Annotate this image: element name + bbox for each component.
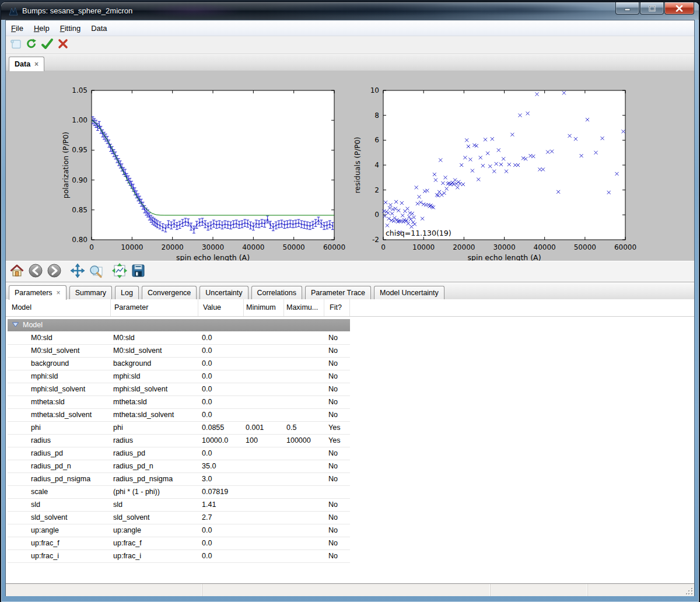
column-header-model[interactable]: Model [8, 299, 111, 316]
cell: No [324, 332, 350, 344]
plot-save-button[interactable] [130, 263, 147, 281]
table-row[interactable]: up:frac_fup:frac_f0.0No [8, 537, 350, 550]
cancel-toolbar-button[interactable] [55, 38, 71, 52]
plot-pan-button[interactable] [69, 263, 86, 281]
cell: 0.07819 [198, 486, 244, 498]
plot-back-button[interactable] [27, 263, 44, 281]
cell: 0.0 [198, 447, 244, 460]
cell: 3.0 [198, 473, 244, 485]
cell: radius_pd_n [111, 460, 198, 473]
plot-forward-button[interactable] [46, 263, 63, 281]
table-row[interactable]: sldsld1.41No [8, 499, 350, 512]
cell: 0.0 [198, 345, 244, 357]
plot-zoom-button[interactable] [88, 263, 105, 281]
tab-uncertainty[interactable]: Uncertainty [200, 286, 248, 299]
cell: No [324, 447, 350, 460]
table-row[interactable]: mphi:sld_solventmphi:sld_solvent0.0No [8, 383, 350, 396]
refresh-toolbar-button[interactable] [24, 38, 39, 52]
menu-item-help[interactable]: Help [29, 21, 55, 36]
pan-icon [70, 263, 85, 281]
cell: No [324, 396, 350, 408]
tab-close-icon[interactable]: × [34, 61, 38, 67]
tab-correlations[interactable]: Correlations [251, 286, 302, 299]
expander-triangle-icon[interactable] [12, 319, 19, 331]
status-bar [6, 583, 694, 596]
charts-canvas[interactable]: 01000020000300004000050000600000.800.850… [6, 71, 694, 261]
app-toolbar [6, 36, 694, 54]
column-header-maximu[interactable]: Maximu... [284, 299, 324, 316]
svg-text:60000: 60000 [323, 243, 345, 251]
plot-toolbar [6, 261, 694, 282]
table-row[interactable]: phiphi0.08550.0010.5Yes [8, 422, 350, 435]
parameter-tab-strip: Parameters×SummaryLogConvergenceUncertai… [6, 283, 694, 300]
table-row[interactable]: backgroundbackground0.0No [8, 358, 350, 370]
table-row[interactable]: radius_pdradius_pd0.0No [8, 447, 350, 460]
cell: background [111, 358, 198, 370]
table-row[interactable]: up:frac_iup:frac_i0.0No [8, 550, 350, 563]
cell: M0:sld [111, 332, 198, 344]
table-row[interactable]: radiusradius10000.0100100000Yes [8, 435, 350, 447]
minimize-button[interactable] [615, 2, 639, 15]
cell: up:frac_f [111, 537, 198, 550]
accept-toolbar-button[interactable] [40, 38, 55, 52]
svg-text:0.85: 0.85 [72, 206, 88, 214]
table-row[interactable]: M0:sldM0:sld0.0No [8, 332, 350, 345]
cell: No [324, 550, 350, 562]
column-header-value[interactable]: Value [198, 299, 244, 316]
plot-subplots-button[interactable] [111, 263, 128, 281]
tab-close-icon[interactable]: × [57, 290, 61, 296]
script-toolbar-button[interactable] [8, 38, 23, 52]
cell: 0.0 [198, 409, 244, 421]
tab-parameter-trace[interactable]: Parameter Trace [305, 286, 371, 299]
cell: 0.0 [198, 537, 244, 550]
doc-tab-data[interactable]: Data× [9, 57, 44, 71]
title-bar[interactable]: Bumps: sesans_sphere_2micron [1, 2, 699, 20]
tab-log[interactable]: Log [115, 286, 139, 299]
subplots-config-icon [112, 263, 127, 281]
maximize-button[interactable] [640, 2, 664, 15]
tab-parameters[interactable]: Parameters× [9, 285, 66, 300]
column-header-fit[interactable]: Fit? [324, 299, 350, 316]
close-button[interactable] [664, 2, 694, 15]
table-row[interactable]: scale(phi * (1 - phi))0.07819 [8, 486, 350, 499]
cell [324, 486, 350, 498]
cell: 100 [244, 435, 284, 447]
table-row[interactable]: radius_pd_nradius_pd_n35.0No [8, 460, 350, 473]
column-header-parameter[interactable]: Parameter [111, 299, 198, 316]
menu-item-fitting[interactable]: Fitting [55, 21, 86, 36]
tab-model-uncertainty[interactable]: Model Uncertainty [374, 286, 444, 299]
column-header-minimum[interactable]: Minimum [244, 299, 284, 316]
table-row[interactable]: M0:sld_solventM0:sld_solvent0.0No [8, 345, 350, 358]
table-row[interactable]: radius_pd_nsigmaradius_pd_nsigma3.0No [8, 473, 350, 486]
model-group-row[interactable]: Model [8, 319, 350, 331]
table-row[interactable]: up:angleup:angle0.0No [8, 524, 350, 537]
main-window: Bumps: sesans_sphere_2micron FileHelpFit… [1, 2, 699, 602]
cell: up:frac_i [111, 550, 198, 562]
cell [284, 486, 324, 498]
cell [244, 447, 284, 460]
tab-label: Summary [75, 289, 106, 297]
table-row[interactable]: sld_solventsld_solvent2.7No [8, 512, 350, 524]
check-icon [41, 38, 54, 52]
cell [244, 370, 284, 383]
cell: No [324, 345, 350, 357]
table-row[interactable]: mphi:sldmphi:sld0.0No [8, 370, 350, 383]
status-pane [6, 584, 202, 596]
plot-home-button[interactable] [8, 263, 26, 281]
cell [284, 396, 324, 408]
table-row[interactable]: mtheta:sld_solventmtheta:sld_solvent0.0N… [8, 409, 350, 422]
menu-item-data[interactable]: Data [86, 21, 112, 36]
svg-text:8: 8 [374, 111, 379, 120]
table-row[interactable]: mtheta:sldmtheta:sld0.0No [8, 396, 350, 409]
svg-text:40000: 40000 [534, 243, 556, 251]
resize-grip[interactable] [686, 588, 693, 595]
forward-arrow-icon [47, 263, 62, 281]
tab-label: Parameter Trace [311, 289, 365, 297]
tab-summary[interactable]: Summary [69, 286, 112, 299]
tab-convergence[interactable]: Convergence [142, 286, 197, 299]
cell: No [324, 460, 350, 473]
menu-item-file[interactable]: File [6, 21, 29, 36]
cell: radius [111, 435, 198, 447]
cell: up:angle [8, 524, 111, 537]
cell [284, 550, 324, 562]
